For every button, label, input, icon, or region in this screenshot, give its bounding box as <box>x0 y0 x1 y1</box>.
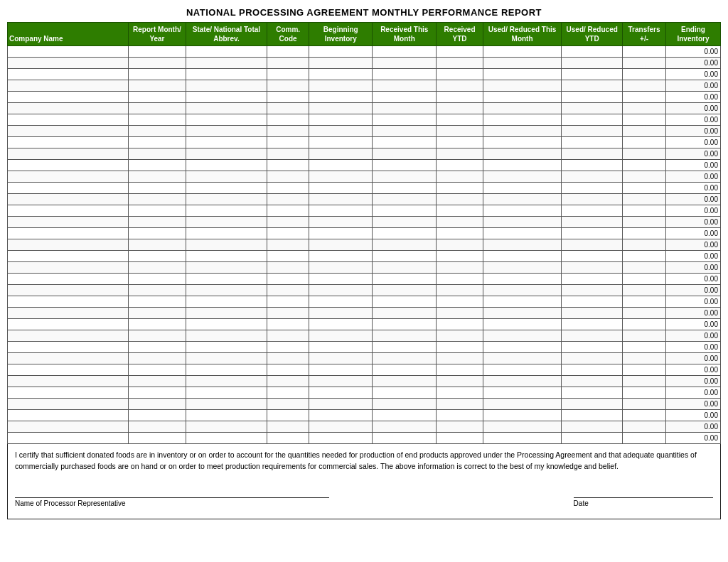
company-name-cell[interactable] <box>8 285 129 296</box>
company-name-cell[interactable] <box>8 46 129 58</box>
comm-code-cell[interactable] <box>267 433 309 444</box>
state-national-cell[interactable] <box>186 69 267 80</box>
received-this-month-cell[interactable] <box>373 410 437 421</box>
table-row[interactable]: 0.00 <box>8 58 721 69</box>
beginning-inventory-cell[interactable] <box>309 285 373 296</box>
table-row[interactable]: 0.00 <box>8 421 721 433</box>
table-row[interactable]: 0.00 <box>8 433 721 444</box>
company-name-cell[interactable] <box>8 387 129 399</box>
ending-inventory-cell[interactable]: 0.00 <box>665 228 720 239</box>
table-row[interactable]: 0.00 <box>8 262 721 274</box>
comm-code-cell[interactable] <box>267 160 309 171</box>
transfers-cell[interactable] <box>623 433 666 444</box>
state-national-cell[interactable] <box>186 148 267 160</box>
company-name-cell[interactable] <box>8 274 129 285</box>
report-month-cell[interactable] <box>129 137 186 148</box>
report-month-cell[interactable] <box>129 217 186 228</box>
table-row[interactable]: 0.00 <box>8 410 721 421</box>
transfers-cell[interactable] <box>623 251 666 262</box>
received-ytd-cell[interactable] <box>437 410 483 421</box>
report-month-cell[interactable] <box>129 399 186 410</box>
company-name-cell[interactable] <box>8 126 129 137</box>
state-national-cell[interactable] <box>186 46 267 58</box>
used-reduced-this-month-cell[interactable] <box>483 376 561 387</box>
used-reduced-this-month-cell[interactable] <box>483 239 561 251</box>
report-month-cell[interactable] <box>129 433 186 444</box>
used-reduced-this-month-cell[interactable] <box>483 387 561 399</box>
comm-code-cell[interactable] <box>267 251 309 262</box>
used-reduced-ytd-cell[interactable] <box>562 342 623 353</box>
beginning-inventory-cell[interactable] <box>309 171 373 183</box>
ending-inventory-cell[interactable]: 0.00 <box>665 319 720 330</box>
used-reduced-this-month-cell[interactable] <box>483 126 561 137</box>
company-name-cell[interactable] <box>8 308 129 319</box>
report-month-cell[interactable] <box>129 296 186 308</box>
state-national-cell[interactable] <box>186 92 267 103</box>
ending-inventory-cell[interactable]: 0.00 <box>665 69 720 80</box>
report-month-cell[interactable] <box>129 308 186 319</box>
table-row[interactable]: 0.00 <box>8 387 721 399</box>
used-reduced-ytd-cell[interactable] <box>562 148 623 160</box>
beginning-inventory-cell[interactable] <box>309 308 373 319</box>
received-ytd-cell[interactable] <box>437 399 483 410</box>
beginning-inventory-cell[interactable] <box>309 228 373 239</box>
ending-inventory-cell[interactable]: 0.00 <box>665 364 720 376</box>
company-name-cell[interactable] <box>8 171 129 183</box>
comm-code-cell[interactable] <box>267 387 309 399</box>
received-ytd-cell[interactable] <box>437 342 483 353</box>
table-row[interactable]: 0.00 <box>8 296 721 308</box>
received-this-month-cell[interactable] <box>373 194 437 205</box>
table-row[interactable]: 0.00 <box>8 69 721 80</box>
received-this-month-cell[interactable] <box>373 228 437 239</box>
comm-code-cell[interactable] <box>267 399 309 410</box>
ending-inventory-cell[interactable]: 0.00 <box>665 330 720 342</box>
table-row[interactable]: 0.00 <box>8 228 721 239</box>
received-this-month-cell[interactable] <box>373 433 437 444</box>
received-ytd-cell[interactable] <box>437 319 483 330</box>
comm-code-cell[interactable] <box>267 46 309 58</box>
comm-code-cell[interactable] <box>267 137 309 148</box>
table-row[interactable]: 0.00 <box>8 376 721 387</box>
company-name-cell[interactable] <box>8 58 129 69</box>
report-month-cell[interactable] <box>129 274 186 285</box>
used-reduced-ytd-cell[interactable] <box>562 296 623 308</box>
state-national-cell[interactable] <box>186 126 267 137</box>
company-name-cell[interactable] <box>8 251 129 262</box>
received-this-month-cell[interactable] <box>373 319 437 330</box>
ending-inventory-cell[interactable]: 0.00 <box>665 433 720 444</box>
company-name-cell[interactable] <box>8 80 129 92</box>
table-row[interactable]: 0.00 <box>8 126 721 137</box>
used-reduced-this-month-cell[interactable] <box>483 251 561 262</box>
state-national-cell[interactable] <box>186 137 267 148</box>
transfers-cell[interactable] <box>623 421 666 433</box>
received-this-month-cell[interactable] <box>373 342 437 353</box>
received-ytd-cell[interactable] <box>437 364 483 376</box>
received-this-month-cell[interactable] <box>373 251 437 262</box>
company-name-cell[interactable] <box>8 137 129 148</box>
used-reduced-ytd-cell[interactable] <box>562 114 623 126</box>
state-national-cell[interactable] <box>186 183 267 194</box>
comm-code-cell[interactable] <box>267 148 309 160</box>
used-reduced-ytd-cell[interactable] <box>562 421 623 433</box>
used-reduced-ytd-cell[interactable] <box>562 160 623 171</box>
transfers-cell[interactable] <box>623 342 666 353</box>
state-national-cell[interactable] <box>186 160 267 171</box>
company-name-cell[interactable] <box>8 262 129 274</box>
state-national-cell[interactable] <box>186 319 267 330</box>
transfers-cell[interactable] <box>623 262 666 274</box>
beginning-inventory-cell[interactable] <box>309 148 373 160</box>
received-this-month-cell[interactable] <box>373 148 437 160</box>
table-row[interactable]: 0.00 <box>8 80 721 92</box>
company-name-cell[interactable] <box>8 330 129 342</box>
state-national-cell[interactable] <box>186 410 267 421</box>
received-this-month-cell[interactable] <box>373 353 437 364</box>
comm-code-cell[interactable] <box>267 183 309 194</box>
used-reduced-this-month-cell[interactable] <box>483 69 561 80</box>
used-reduced-ytd-cell[interactable] <box>562 137 623 148</box>
state-national-cell[interactable] <box>186 58 267 69</box>
ending-inventory-cell[interactable]: 0.00 <box>665 217 720 228</box>
received-this-month-cell[interactable] <box>373 217 437 228</box>
comm-code-cell[interactable] <box>267 80 309 92</box>
beginning-inventory-cell[interactable] <box>309 364 373 376</box>
company-name-cell[interactable] <box>8 433 129 444</box>
